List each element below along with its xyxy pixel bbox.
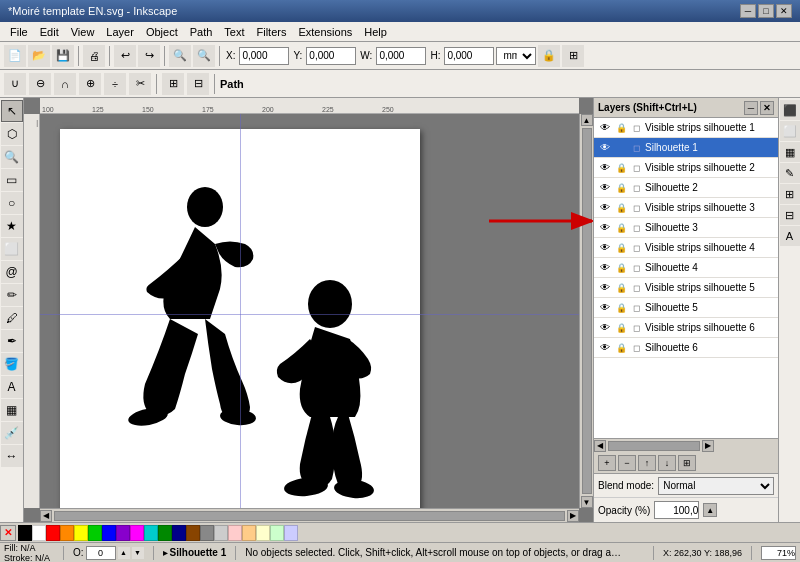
layer-item-10[interactable]: 👁 🔒 ◻ Visible strips silhouette 6 — [594, 318, 778, 338]
tool-ellipse[interactable]: ○ — [1, 192, 23, 214]
tb-zoom-out[interactable]: 🔍 — [193, 45, 215, 67]
layer-lock-8[interactable]: 🔒 — [615, 283, 627, 293]
tool-pen[interactable]: 🖊 — [1, 307, 23, 329]
palette-color-16[interactable] — [242, 525, 256, 541]
tb-new[interactable]: 📄 — [4, 45, 26, 67]
layers-scroll-thumb[interactable] — [608, 441, 700, 451]
menu-filters[interactable]: Filters — [251, 24, 293, 40]
tool-star[interactable]: ★ — [1, 215, 23, 237]
menu-file[interactable]: File — [4, 24, 34, 40]
tool-zoom[interactable]: 🔍 — [1, 146, 23, 168]
tool-select[interactable]: ↖ — [1, 100, 23, 122]
layer-lock-0[interactable]: 🔒 — [615, 123, 627, 133]
h-scroll-right[interactable]: ▶ — [567, 510, 579, 522]
unit-select[interactable]: mm px in — [496, 47, 536, 65]
tool-calligraphy[interactable]: ✒ — [1, 330, 23, 352]
layer-item-1[interactable]: 👁 ◻ Silhouette 1 — [594, 138, 778, 158]
rt-fill[interactable]: ⬛ — [780, 100, 800, 120]
layer-lock-3[interactable]: 🔒 — [615, 183, 627, 193]
tool-paint-bucket[interactable]: 🪣 — [1, 353, 23, 375]
close-button[interactable]: ✕ — [776, 4, 792, 18]
layer-remove-btn[interactable]: − — [618, 455, 636, 471]
y-input[interactable] — [306, 47, 356, 65]
node-down-btn[interactable]: ▼ — [132, 547, 144, 559]
tb-transform[interactable]: ⊞ — [562, 45, 584, 67]
layer-eye-1[interactable]: 👁 — [598, 142, 612, 153]
zoom-input[interactable]: 71% — [761, 546, 796, 560]
v-scroll-down[interactable]: ▼ — [581, 496, 593, 508]
layer-lock-4[interactable]: 🔒 — [615, 203, 627, 213]
palette-color-8[interactable] — [130, 525, 144, 541]
palette-color-2[interactable] — [46, 525, 60, 541]
layer-item-4[interactable]: 👁 🔒 ◻ Visible strips silhouette 3 — [594, 198, 778, 218]
layer-lock-11[interactable]: 🔒 — [615, 343, 627, 353]
layer-eye-5[interactable]: 👁 — [598, 222, 612, 233]
layer-up-btn[interactable]: ↑ — [638, 455, 656, 471]
palette-color-10[interactable] — [158, 525, 172, 541]
opacity-up-btn[interactable]: ▲ — [703, 503, 717, 517]
tb-redo[interactable]: ↪ — [138, 45, 160, 67]
tool-node[interactable]: ⬡ — [1, 123, 23, 145]
layer-item-11[interactable]: 👁 🔒 ◻ Silhouette 6 — [594, 338, 778, 358]
blend-select[interactable]: Normal Multiply Screen Overlay — [658, 477, 774, 495]
layer-eye-11[interactable]: 👁 — [598, 342, 612, 353]
opacity-input[interactable]: 100,0 — [654, 501, 699, 519]
palette-color-0[interactable] — [18, 525, 32, 541]
menu-layer[interactable]: Layer — [100, 24, 140, 40]
layers-minimize-btn[interactable]: ─ — [744, 101, 758, 115]
tool-eyedropper[interactable]: 💉 — [1, 422, 23, 444]
tb-undo[interactable]: ↩ — [114, 45, 136, 67]
tb-zoom-in[interactable]: 🔍 — [169, 45, 191, 67]
node-count-input[interactable] — [86, 546, 116, 560]
layer-add-btn[interactable]: + — [598, 455, 616, 471]
h-scroll-thumb[interactable] — [54, 511, 565, 521]
minimize-button[interactable]: ─ — [740, 4, 756, 18]
tool-gradient[interactable]: ▦ — [1, 399, 23, 421]
layer-eye-8[interactable]: 👁 — [598, 282, 612, 293]
tool-pencil[interactable]: ✏ — [1, 284, 23, 306]
v-scrollbar[interactable]: ▲ ▼ — [579, 114, 593, 508]
tb-lock-aspect[interactable]: 🔒 — [538, 45, 560, 67]
tb-save[interactable]: 💾 — [52, 45, 74, 67]
layer-item-3[interactable]: 👁 🔒 ◻ Silhouette 2 — [594, 178, 778, 198]
v-scroll-up[interactable]: ▲ — [581, 114, 593, 126]
rt-xml[interactable]: ✎ — [780, 163, 800, 183]
x-input[interactable] — [239, 47, 289, 65]
layer-item-8[interactable]: 👁 🔒 ◻ Visible strips silhouette 5 — [594, 278, 778, 298]
layer-lock-7[interactable]: 🔒 — [615, 263, 627, 273]
layer-eye-2[interactable]: 👁 — [598, 162, 612, 173]
rt-align[interactable]: ⊟ — [780, 205, 800, 225]
palette-color-7[interactable] — [116, 525, 130, 541]
layer-eye-7[interactable]: 👁 — [598, 262, 612, 273]
menu-view[interactable]: View — [65, 24, 101, 40]
layer-lock-10[interactable]: 🔒 — [615, 323, 627, 333]
menu-extensions[interactable]: Extensions — [292, 24, 358, 40]
rt-stroke[interactable]: ⬜ — [780, 121, 800, 141]
palette-none[interactable]: ✕ — [0, 525, 16, 541]
palette-color-17[interactable] — [256, 525, 270, 541]
layer-lock-5[interactable]: 🔒 — [615, 223, 627, 233]
tb-path-intersect[interactable]: ∩ — [54, 73, 76, 95]
tb-path-diff[interactable]: ⊖ — [29, 73, 51, 95]
tool-spiral[interactable]: @ — [1, 261, 23, 283]
tb-open[interactable]: 📂 — [28, 45, 50, 67]
layer-item-2[interactable]: 👁 🔒 ◻ Visible strips silhouette 2 — [594, 158, 778, 178]
tb-path-excl[interactable]: ⊕ — [79, 73, 101, 95]
rt-gradient[interactable]: ▦ — [780, 142, 800, 162]
layers-scroll-right[interactable]: ▶ — [702, 440, 714, 452]
drawing-area[interactable] — [40, 114, 579, 508]
tool-connector[interactable]: ↔ — [1, 445, 23, 467]
layer-lock-6[interactable]: 🔒 — [615, 243, 627, 253]
menu-object[interactable]: Object — [140, 24, 184, 40]
palette-color-6[interactable] — [102, 525, 116, 541]
menu-text[interactable]: Text — [218, 24, 250, 40]
palette-color-5[interactable] — [88, 525, 102, 541]
tb-path-divide[interactable]: ÷ — [104, 73, 126, 95]
rt-text2[interactable]: A — [780, 226, 800, 246]
rt-transform2[interactable]: ⊞ — [780, 184, 800, 204]
tb-print[interactable]: 🖨 — [83, 45, 105, 67]
palette-color-18[interactable] — [270, 525, 284, 541]
maximize-button[interactable]: □ — [758, 4, 774, 18]
tool-3d[interactable]: ⬜ — [1, 238, 23, 260]
layer-item-7[interactable]: 👁 🔒 ◻ Silhouette 4 — [594, 258, 778, 278]
